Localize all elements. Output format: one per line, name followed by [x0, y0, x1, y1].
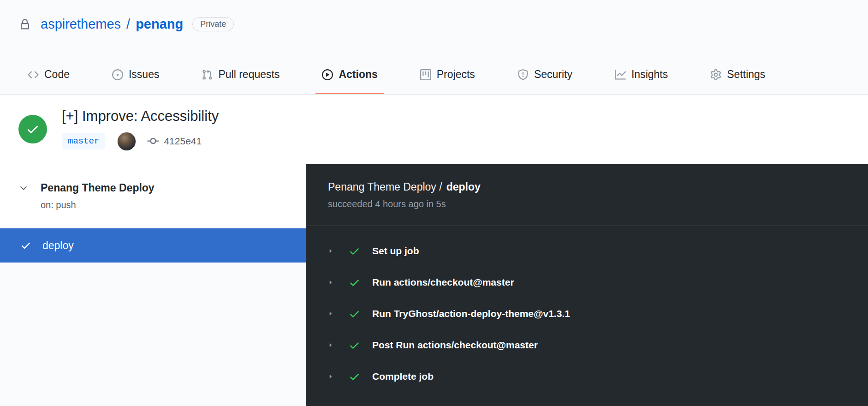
code-icon	[28, 69, 39, 80]
job-status-summary: succeeded 4 hours ago in 5s	[328, 199, 846, 209]
commit-link[interactable]: 4125e41	[164, 136, 202, 147]
visibility-badge: Private	[192, 17, 234, 31]
tab-security-label: Security	[534, 68, 572, 81]
step-set-up-job[interactable]: Set up job	[306, 235, 868, 267]
triangle-right-icon[interactable]	[327, 278, 335, 287]
tab-settings[interactable]: Settings	[704, 56, 772, 94]
run-meta: master 4125e41	[62, 132, 219, 151]
git-commit-icon	[147, 135, 159, 147]
repo-header: aspirethemes / penang Private Code Issue…	[0, 0, 868, 95]
breadcrumb: aspirethemes / penang Private	[19, 17, 868, 32]
step-run-deploy-theme[interactable]: Run TryGhost/action-deploy-theme@v1.3.1	[306, 298, 868, 329]
step-label: Set up job	[372, 245, 419, 257]
commit-group: 4125e41	[147, 135, 202, 147]
breadcrumb-separator: /	[126, 17, 130, 32]
issue-opened-icon	[112, 69, 123, 80]
tab-settings-label: Settings	[727, 68, 765, 81]
play-circle-icon	[322, 69, 333, 80]
triangle-right-icon[interactable]	[327, 341, 335, 349]
run-main: Penang Theme Deploy on: push deploy Pena…	[0, 164, 868, 406]
tab-code-label: Code	[44, 68, 70, 81]
breadcrumb-repo-link[interactable]: penang	[136, 17, 183, 32]
sidebar-job-deploy[interactable]: deploy	[0, 228, 306, 263]
breadcrumb-owner-link[interactable]: aspirethemes	[41, 17, 121, 32]
tab-actions[interactable]: Actions	[315, 56, 384, 94]
tab-projects[interactable]: Projects	[414, 56, 482, 94]
job-panel-title-prefix: Penang Theme Deploy /	[328, 181, 442, 193]
tab-pull-requests-label: Pull requests	[218, 68, 279, 81]
run-info: [+] Improve: Accessibility master 4125e4…	[62, 107, 219, 151]
git-pull-request-icon	[202, 69, 213, 80]
run-success-icon	[18, 115, 47, 143]
tab-insights-label: Insights	[631, 68, 668, 81]
step-label: Post Run actions/checkout@master	[372, 340, 538, 351]
repo-tab-nav: Code Issues Pull requests Actions Projec…	[0, 56, 868, 94]
step-label: Run TryGhost/action-deploy-theme@v1.3.1	[372, 308, 570, 319]
triangle-right-icon[interactable]	[327, 310, 335, 318]
workflow-name: Penang Theme Deploy	[41, 182, 155, 194]
triangle-right-icon[interactable]	[327, 372, 335, 381]
tab-insights[interactable]: Insights	[608, 56, 674, 94]
tab-issues-label: Issues	[129, 68, 159, 81]
tab-pull-requests[interactable]: Pull requests	[195, 56, 286, 94]
check-icon	[349, 371, 360, 382]
project-icon	[420, 69, 431, 80]
jobs-sidebar: Penang Theme Deploy on: push deploy	[0, 164, 306, 406]
job-panel-title: Penang Theme Deploy / deploy	[328, 181, 846, 193]
step-run-checkout[interactable]: Run actions/checkout@master	[306, 267, 868, 298]
tab-code[interactable]: Code	[21, 56, 76, 94]
sidebar-job-label: deploy	[42, 239, 74, 252]
workflow-head: Penang Theme Deploy on: push	[0, 164, 306, 228]
job-panel-header: Penang Theme Deploy / deploy succeeded 4…	[306, 164, 868, 226]
job-log-panel: Penang Theme Deploy / deploy succeeded 4…	[306, 164, 868, 406]
check-icon	[20, 240, 31, 251]
tab-actions-label: Actions	[339, 68, 377, 81]
step-complete-job[interactable]: Complete job	[306, 361, 868, 392]
avatar[interactable]	[117, 132, 136, 151]
check-icon	[349, 245, 360, 257]
job-steps-list: Set up job Run actions/checkout@master R	[306, 226, 868, 392]
step-label: Complete job	[372, 371, 434, 382]
shield-icon	[517, 69, 529, 80]
workflow-trigger: on: push	[41, 200, 287, 210]
graph-icon	[615, 69, 626, 80]
lock-icon	[19, 19, 30, 30]
tab-issues[interactable]: Issues	[106, 56, 166, 94]
triangle-right-icon[interactable]	[327, 247, 335, 255]
check-icon	[349, 277, 360, 288]
tab-security[interactable]: Security	[511, 56, 579, 94]
step-post-run-checkout[interactable]: Post Run actions/checkout@master	[306, 329, 868, 361]
run-title: [+] Improve: Accessibility	[62, 107, 219, 125]
gear-icon	[710, 69, 721, 80]
workflow-name-row[interactable]: Penang Theme Deploy	[18, 182, 287, 194]
workflow-run-header: [+] Improve: Accessibility master 4125e4…	[0, 95, 868, 164]
branch-badge[interactable]: master	[62, 133, 105, 149]
step-label: Run actions/checkout@master	[372, 277, 514, 288]
job-panel-job-name: deploy	[446, 181, 481, 193]
check-icon	[349, 308, 360, 320]
tab-projects-label: Projects	[437, 68, 475, 81]
check-icon	[349, 340, 360, 351]
chevron-down-icon[interactable]	[18, 183, 29, 193]
